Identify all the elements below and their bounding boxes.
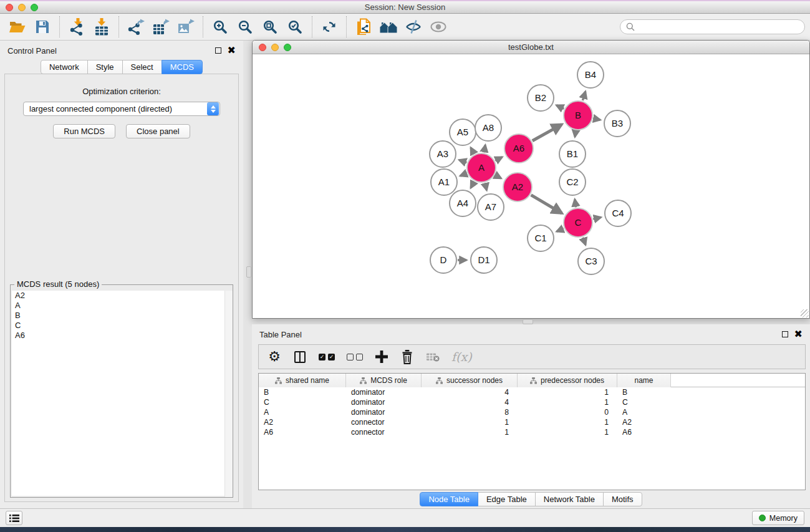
tab-network-table[interactable]: Network Table: [535, 492, 604, 506]
table-row-a2[interactable]: A2connector11A2: [259, 417, 805, 427]
network-canvas[interactable]: AA1A2A3A4A5A6A7A8BB1B2B3B4CC1C2C3C4DD1: [253, 54, 809, 318]
result-item-a6[interactable]: A6: [12, 331, 231, 341]
edge-A-A1[interactable]: [460, 173, 467, 176]
graph-node-A[interactable]: A: [467, 153, 496, 182]
export-table-button[interactable]: [150, 16, 171, 38]
edge-A-A3[interactable]: [459, 160, 466, 162]
open-session-button[interactable]: [7, 16, 28, 38]
network-window-titlebar[interactable]: testGlobe.txt: [253, 41, 809, 54]
search-box[interactable]: [620, 19, 805, 34]
table-settings-button[interactable]: ⚙: [268, 349, 281, 365]
table-row-c[interactable]: Cdominator41C: [259, 397, 805, 407]
edge-A6-B[interactable]: [533, 125, 562, 141]
tab-mcds[interactable]: MCDS: [162, 60, 203, 74]
graph-node-A4[interactable]: A4: [450, 190, 476, 216]
result-item-a[interactable]: A: [12, 301, 231, 311]
graph-node-A2[interactable]: A2: [503, 173, 532, 201]
tab-network[interactable]: Network: [41, 60, 88, 74]
table-row-a[interactable]: Adominator80A: [259, 407, 805, 417]
graph-node-A5[interactable]: A5: [450, 119, 476, 145]
import-table-button[interactable]: [91, 16, 112, 38]
column-header-mcds-role[interactable]: MCDS role: [346, 374, 422, 387]
criterion-select[interactable]: largest connected component (directed): [23, 102, 220, 116]
window-resize-grip[interactable]: [801, 309, 809, 317]
edge-A-A6[interactable]: [495, 157, 502, 161]
import-network-button[interactable]: [66, 16, 87, 38]
minimize-window-button[interactable]: [18, 4, 26, 11]
vertical-splitter-handle[interactable]: [246, 266, 251, 278]
refresh-view-button[interactable]: [319, 16, 340, 38]
graph-node-B2[interactable]: B2: [528, 85, 554, 111]
graph-node-A8[interactable]: A8: [475, 115, 501, 141]
graph-node-A7[interactable]: A7: [478, 194, 504, 220]
graph-node-B[interactable]: B: [564, 101, 592, 130]
edge-A-A8[interactable]: [484, 145, 485, 153]
graph-node-D1[interactable]: D1: [471, 247, 497, 273]
edge-C-C1[interactable]: [557, 229, 564, 232]
float-table-panel-icon[interactable]: [782, 331, 788, 337]
save-session-button[interactable]: [32, 16, 53, 38]
graph-node-C3[interactable]: C3: [578, 248, 604, 274]
tab-select[interactable]: Select: [122, 60, 162, 74]
graph-node-A3[interactable]: A3: [430, 141, 456, 167]
show-hide-panel-button[interactable]: [428, 16, 449, 38]
table-row-b[interactable]: Bdominator41B: [259, 387, 805, 397]
horizontal-splitter-handle[interactable]: [523, 319, 533, 324]
column-header-successor-nodes[interactable]: successor nodes: [422, 374, 518, 387]
graph-node-D[interactable]: D: [430, 247, 456, 273]
network-maximize-button[interactable]: [284, 44, 291, 51]
add-column-button[interactable]: [375, 349, 388, 365]
edge-A-A4[interactable]: [471, 181, 474, 188]
toggle-graphics-details-button[interactable]: [403, 16, 424, 38]
zoom-out-button[interactable]: [234, 16, 256, 38]
result-item-a2[interactable]: A2: [12, 291, 231, 301]
table-row-a6[interactable]: A6connector11A6: [259, 427, 805, 437]
result-list-scrollbar[interactable]: [224, 291, 233, 497]
edge-A-A5[interactable]: [471, 148, 474, 154]
delete-column-button[interactable]: [400, 349, 414, 365]
column-header-name[interactable]: name: [617, 374, 671, 387]
edge-B-B4[interactable]: [582, 92, 585, 100]
graph-node-A6[interactable]: A6: [504, 134, 533, 163]
maximize-window-button[interactable]: [31, 4, 38, 11]
column-header-shared-name[interactable]: shared name: [259, 374, 346, 387]
graph-node-B1[interactable]: B1: [559, 141, 586, 167]
graph-node-B3[interactable]: B3: [604, 110, 630, 137]
task-history-button[interactable]: [6, 511, 22, 525]
edge-B-B3[interactable]: [594, 118, 600, 120]
column-header-predecessor-nodes[interactable]: predecessor nodes: [518, 374, 617, 387]
select-all-button[interactable]: ✓✓: [319, 349, 335, 365]
zoom-selected-button[interactable]: [284, 16, 306, 38]
close-panel-button[interactable]: Close panel: [126, 124, 190, 138]
float-panel-icon[interactable]: [215, 47, 221, 54]
app-titlebar[interactable]: Session: New Session: [0, 0, 810, 14]
close-window-button[interactable]: [6, 4, 13, 11]
result-item-c[interactable]: C: [12, 321, 231, 331]
network-close-button[interactable]: [259, 44, 266, 51]
network-minimize-button[interactable]: [271, 44, 279, 51]
home-button[interactable]: [378, 16, 399, 38]
zoom-in-button[interactable]: [210, 16, 231, 38]
graph-node-B4[interactable]: B4: [577, 62, 604, 88]
close-table-panel-icon[interactable]: ✖: [794, 331, 803, 337]
graph-node-A1[interactable]: A1: [431, 169, 457, 195]
export-network-button[interactable]: [125, 16, 147, 38]
graph-node-C4[interactable]: C4: [605, 200, 631, 226]
edge-A-A2[interactable]: [495, 175, 501, 178]
open-network-file-button[interactable]: [353, 16, 374, 38]
graph-node-C1[interactable]: C1: [528, 225, 554, 251]
tab-node-table[interactable]: Node Table: [420, 492, 478, 506]
graph-node-C2[interactable]: C2: [559, 169, 586, 195]
edge-C-C3[interactable]: [583, 238, 586, 245]
deselect-all-button[interactable]: [347, 349, 363, 365]
zoom-fit-button[interactable]: [259, 16, 281, 38]
tab-edge-table[interactable]: Edge Table: [478, 492, 536, 506]
edge-A2-C[interactable]: [531, 195, 562, 213]
export-image-button[interactable]: [175, 16, 196, 38]
edge-A-A7[interactable]: [485, 183, 487, 190]
edge-B-B1[interactable]: [575, 131, 576, 137]
memory-button[interactable]: Memory: [752, 511, 804, 525]
search-input[interactable]: [638, 22, 799, 32]
edge-C-C4[interactable]: [593, 217, 600, 219]
graph-node-C[interactable]: C: [564, 208, 592, 237]
